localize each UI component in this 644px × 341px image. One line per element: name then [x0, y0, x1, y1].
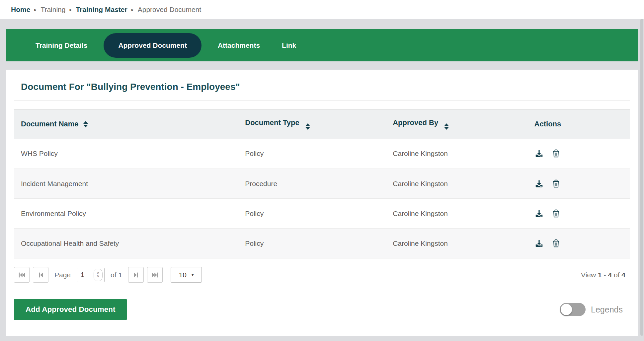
next-page-icon [133, 271, 139, 279]
download-icon[interactable] [534, 209, 544, 218]
breadcrumb-approved-document: Approved Document [138, 6, 201, 14]
column-header-approved-by[interactable]: Approved By [393, 118, 534, 130]
cell-document-type: Policy [245, 210, 393, 218]
cell-approved-by: Caroline Kingston [393, 150, 534, 158]
tab-bar: Training Details Approved Document Attac… [6, 29, 638, 61]
cell-approved-by: Caroline Kingston [393, 180, 534, 188]
view-summary: View 1 - 4 of 4 [581, 271, 630, 279]
view-dash: - [604, 271, 606, 279]
trash-icon[interactable] [552, 239, 560, 248]
page-stepper[interactable]: ˄ ˅ [94, 269, 103, 281]
cell-document-name: WHS Policy [14, 150, 245, 158]
card-footer: Add Approved Document Legends [14, 299, 630, 320]
scrollbar-track [640, 0, 644, 341]
sort-icon [305, 123, 310, 130]
table-row: Environmental Policy Policy Caroline Kin… [14, 198, 630, 228]
breadcrumb-training-master[interactable]: Training Master [76, 6, 127, 14]
column-header-label: Actions [534, 120, 561, 128]
cell-approved-by: Caroline Kingston [393, 210, 534, 218]
trash-icon[interactable] [552, 179, 560, 188]
trash-icon[interactable] [552, 149, 560, 158]
legends-label: Legends [591, 305, 623, 314]
view-of: of [614, 271, 620, 279]
approved-documents-table: Document Name Document Type Approved By … [14, 109, 630, 258]
content-card: Document For "Bullying Prevention - Empl… [6, 70, 638, 336]
download-icon[interactable] [534, 179, 544, 188]
previous-page-button[interactable] [33, 267, 48, 283]
breadcrumb-separator-icon: ▸ [34, 7, 37, 12]
view-range-end: 4 [608, 271, 612, 279]
tab-link[interactable]: Link [271, 33, 307, 58]
table-header-row: Document Name Document Type Approved By … [14, 109, 630, 139]
add-approved-document-button[interactable]: Add Approved Document [14, 299, 127, 320]
cell-document-name: Environmental Policy [14, 210, 245, 218]
page-label: Page [54, 271, 71, 279]
column-header-document-name[interactable]: Document Name [14, 120, 245, 128]
breadcrumb-separator-icon: ▸ [69, 7, 72, 12]
view-prefix: View [581, 271, 596, 279]
page-size-value: 10 [179, 271, 187, 279]
legends-group: Legends [560, 303, 630, 316]
breadcrumb: Home ▸ Training ▸ Training Master ▸ Appr… [0, 0, 644, 19]
view-total: 4 [621, 271, 625, 279]
legends-toggle[interactable] [560, 303, 586, 316]
download-icon[interactable] [534, 149, 544, 158]
table-row: Occupational Health and Safety Policy Ca… [14, 228, 630, 258]
column-header-actions: Actions [534, 120, 630, 128]
breadcrumb-training[interactable]: Training [40, 6, 65, 14]
page-number-value: 1 [81, 271, 84, 279]
column-header-label: Approved By [393, 118, 438, 127]
table-row: Incident Management Procedure Caroline K… [14, 169, 630, 198]
cell-document-name: Incident Management [14, 180, 245, 188]
page-number-input[interactable]: 1 ˄ ˅ [77, 268, 105, 282]
next-page-button[interactable] [128, 267, 144, 283]
table-row: WHS Policy Policy Caroline Kingston [14, 139, 630, 169]
toggle-knob-icon [561, 304, 572, 315]
first-page-icon [18, 271, 26, 279]
tab-training-details[interactable]: Training Details [25, 33, 98, 58]
page-title: Document For "Bullying Prevention - Empl… [21, 82, 630, 92]
sort-icon [444, 123, 449, 130]
of-total-label: of 1 [111, 271, 122, 279]
column-header-document-type[interactable]: Document Type [245, 118, 393, 130]
breadcrumb-home[interactable]: Home [11, 6, 30, 14]
cell-document-type: Procedure [245, 180, 393, 188]
column-header-label: Document Name [21, 120, 79, 128]
last-page-icon [151, 271, 159, 279]
scrollbar-thumb[interactable] [640, 19, 643, 336]
view-range-start: 1 [598, 271, 602, 279]
cell-document-name: Occupational Health and Safety [14, 239, 245, 247]
cell-document-type: Policy [245, 239, 393, 247]
breadcrumb-separator-icon: ▸ [131, 7, 134, 12]
section-divider [6, 292, 638, 292]
page-size-select[interactable]: 10 ▾ [171, 267, 202, 283]
first-page-button[interactable] [14, 267, 30, 283]
tab-approved-document[interactable]: Approved Document [104, 33, 201, 58]
sort-icon [83, 121, 88, 127]
tab-attachments[interactable]: Attachments [207, 33, 271, 58]
column-header-label: Document Type [245, 118, 299, 127]
download-icon[interactable] [534, 239, 544, 248]
chevron-down-icon: ▾ [192, 272, 194, 277]
cell-approved-by: Caroline Kingston [393, 239, 534, 247]
stepper-down-icon: ˅ [97, 275, 99, 279]
title-divider [14, 100, 630, 101]
last-page-button[interactable] [147, 267, 163, 283]
pagination-bar: Page 1 ˄ ˅ of 1 10 ▾ View 1 - 4 of 4 [14, 267, 630, 283]
previous-page-icon [38, 271, 44, 279]
cell-document-type: Policy [245, 150, 393, 158]
trash-icon[interactable] [552, 209, 560, 218]
